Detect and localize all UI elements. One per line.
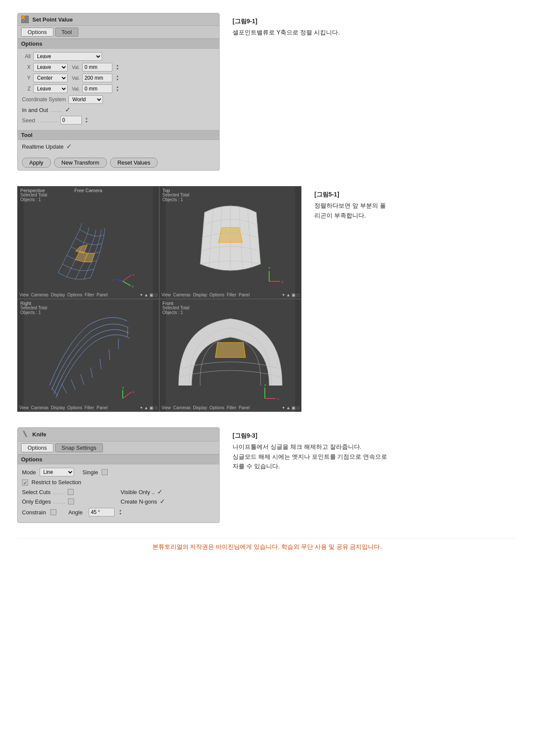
vp-info-front: Selected Total Objects : 1 [162,305,189,315]
knife-tab-snap[interactable]: Snap Settings [55,443,103,452]
set-point-icon [21,16,29,23]
svg-text:X: X [132,273,135,277]
viewport-wrapper: Perspective Free Camera Selected Total O… [17,186,301,412]
vp-info-right: Selected Total Objects : 1 [20,305,47,315]
svg-marker-48 [23,431,27,437]
angle-spinner[interactable]: ▲▼ [119,509,122,516]
only-edges-label: Only Edges [22,498,51,505]
x-spinner[interactable]: ▲▼ [116,64,119,71]
options-body: All Leave X Leave Val. ▲▼ Y [18,49,219,130]
viewport-section: Perspective Free Camera Selected Total O… [17,186,517,412]
y-val-label: Val. [72,75,80,81]
tab-tool[interactable]: Tool [55,28,78,37]
panel-tabs: Options Tool [18,26,219,39]
only-edges-item: Only Edges ...... [22,498,116,505]
svg-rect-5 [24,187,153,299]
z-select[interactable]: Leave [33,84,68,93]
visible-only-item: Visible Only .. ✓ [121,488,215,496]
apply-button[interactable]: Apply [22,158,51,168]
mesh-svg-perspective: X Y Z [18,187,159,299]
z-val-label: Val. [72,86,80,91]
constrain-checkbox[interactable] [50,509,56,515]
all-row: All Leave [22,52,215,61]
create-ngons-item: Create N-gons ✓ [121,498,215,505]
knife-icon-svg [21,430,29,438]
all-label: All [22,53,31,59]
restrict-checkbox[interactable] [22,479,28,485]
options-header: Options [18,39,219,49]
select-cuts-checkbox[interactable] [68,489,74,495]
coord-row: Coordinate System World [22,95,215,104]
in-and-out-dots: ...... [51,107,63,113]
constrain-label: Constrain [22,509,46,516]
angle-input[interactable] [89,508,115,516]
vp-label-free-camera: Free Camera [75,188,102,193]
mode-label: Mode [22,469,36,476]
x-val-input[interactable] [82,63,112,72]
section-set-point-value: Set Point Value Options Tool Options All… [17,13,517,171]
svg-rect-3 [25,20,28,23]
visible-only-label: Visible Only .. [121,489,155,495]
fig-label-2: [그림5-1] [314,190,517,199]
panel-icon [21,16,29,23]
x-label: X [22,64,31,70]
panel-title: Set Point Value [32,16,73,23]
single-label: Single [83,469,98,476]
in-and-out-label: In and Out [22,107,48,113]
viewport-pane-front[interactable]: Front Selected Total Objects : 1 [160,299,301,411]
coord-label: Coordinate System [22,96,66,103]
mode-select[interactable]: Line [40,468,74,476]
annotation-2-line1: 정렬하다보면 앞 부분의 폴 [314,201,517,210]
svg-text:X: X [132,390,135,394]
annotation-2-line2: 리곤이 부족합니다. [314,211,517,220]
tab-options[interactable]: Options [21,28,53,37]
annotation-2: [그림5-1] 정렬하다보면 앞 부분의 폴 리곤이 부족합니다. [314,186,517,412]
fig-label-3: [그림9-3] [233,431,517,440]
single-checkbox[interactable] [102,469,108,475]
mesh-svg-right: X Y [18,299,159,411]
realtime-check-icon: ✓ [66,143,72,150]
y-select[interactable]: Center [33,74,68,82]
reset-values-button[interactable]: Reset Values [110,158,158,168]
viewport-pane-right[interactable]: Right Selected Total Objects : 1 [18,299,159,411]
seed-label: Seed [22,117,35,124]
z-spinner[interactable]: ▲▼ [116,85,119,92]
knife-icon [21,430,29,439]
restrict-row: Restrict to Selection [22,479,215,485]
mode-row: Mode Line Single [22,468,215,476]
coord-select[interactable]: World [68,95,103,104]
knife-options-body: Mode Line Single Restrict to Selection S… [18,464,219,523]
svg-marker-43 [215,342,245,358]
svg-rect-0 [22,16,25,19]
annotation-1-text: 셀포인트밸류로 Y축으로 정렬 시킵니다. [233,28,517,37]
seed-input[interactable] [60,116,82,124]
x-row: X Leave Val. ▲▼ [22,63,215,72]
svg-rect-2 [22,20,25,23]
y-row: Y Center Val. ▲▼ [22,74,215,82]
svg-rect-1 [25,16,28,19]
seed-spinner[interactable]: ▲▼ [85,117,88,124]
constrain-row: Constrain Angle ▲▼ [22,508,215,516]
section-knife: Knife Options Snap Settings Options Mode… [17,427,517,523]
in-and-out-row: In and Out ...... ✓ [22,106,215,114]
x-select[interactable]: Leave [33,63,68,72]
select-cuts-item: Select Cuts ...... [22,488,116,496]
viewport-pane-perspective[interactable]: Perspective Free Camera Selected Total O… [18,187,159,299]
all-select[interactable]: Leave [33,52,102,61]
create-ngons-label: Create N-gons [121,498,157,505]
y-spinner[interactable]: ▲▼ [116,75,119,81]
viewport-pane-top[interactable]: Top Selected Total Objects : 1 [160,187,301,299]
tool-buttons: Apply New Transform Reset Values [18,155,219,170]
only-edges-checkbox[interactable] [68,498,74,504]
svg-text:X: X [277,397,279,401]
select-cuts-dots: ...... [53,489,65,495]
vp-toolbar-front: View Cameras Display Options Filter Pane… [161,405,299,410]
annotation-3-line3: 자를 수 있습니다. [233,461,517,471]
set-point-value-panel: Set Point Value Options Tool Options All… [17,13,220,171]
knife-tab-options[interactable]: Options [21,443,53,452]
y-val-input[interactable] [82,74,112,82]
z-val-input[interactable] [82,84,112,93]
restrict-label: Restrict to Selection [31,479,81,485]
z-label: Z [22,86,31,92]
new-transform-button[interactable]: New Transform [54,158,107,168]
